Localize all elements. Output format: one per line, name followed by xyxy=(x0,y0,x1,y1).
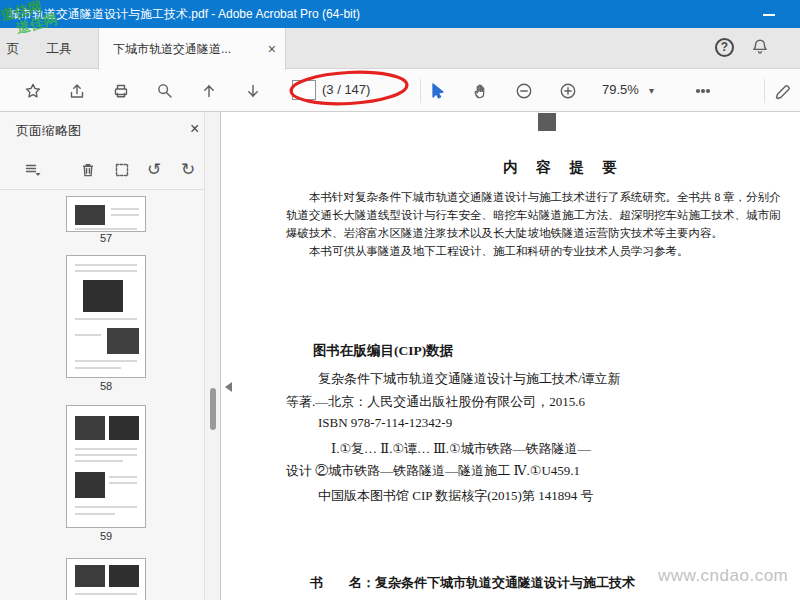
panel-scrollbar[interactable] xyxy=(204,112,220,600)
page-heading: 内 容 提 要 xyxy=(221,158,800,177)
toolbar-separator xyxy=(420,79,421,103)
ellipsis-icon xyxy=(693,81,713,101)
thumbnail-page-label: 59 xyxy=(66,530,146,542)
star-icon xyxy=(23,81,43,101)
favorites-button[interactable] xyxy=(22,80,44,102)
close-tab-icon[interactable]: × xyxy=(268,28,276,70)
page-thumbnails-panel: 页面缩略图 × ↺ ↻ xyxy=(0,112,221,600)
minimize-button[interactable] xyxy=(752,0,786,28)
notifications-button[interactable] xyxy=(750,37,770,57)
chevron-left-icon xyxy=(225,382,232,392)
dashed-box-icon xyxy=(112,160,132,180)
help-button[interactable]: ? xyxy=(715,38,734,57)
cip-line: 设计 ②城市铁路—铁路隧道—隧道施工 Ⅳ.①U459.1 xyxy=(286,462,580,480)
zoom-out-button[interactable] xyxy=(513,80,535,102)
plus-circle-icon xyxy=(558,81,578,101)
panel-toolbar: ↺ ↻ xyxy=(0,150,204,190)
thumbnail-photo xyxy=(109,416,139,440)
share-button[interactable] xyxy=(66,80,88,102)
search-button[interactable] xyxy=(154,80,176,102)
page-text-line: 本书可供从事隧道及地下工程设计、施工和科研的专业技术人员学习参考。 xyxy=(309,244,689,259)
thumbnail-text-line xyxy=(75,270,137,272)
thumbnail-text-line xyxy=(75,454,137,456)
tab-document[interactable]: 下城市轨道交通隧道... × xyxy=(98,28,286,70)
cip-heading: 图书在版编目(CIP)数据 xyxy=(313,342,453,360)
close-panel-icon[interactable]: × xyxy=(190,120,199,138)
thumbnail-text-line xyxy=(109,482,137,484)
thumbnail-text-line xyxy=(75,367,121,369)
fill-sign-button[interactable] xyxy=(772,80,794,102)
thumbnail-text-line xyxy=(75,506,137,508)
thumbnail-text-line xyxy=(75,360,137,362)
thumbnail-text-line xyxy=(111,214,139,216)
arrow-down-icon xyxy=(243,81,263,101)
next-page-button[interactable] xyxy=(242,80,264,102)
arrow-up-icon xyxy=(199,81,219,101)
thumbnail-photo xyxy=(75,205,105,225)
tab-tools[interactable]: 工具 xyxy=(26,28,92,69)
thumbnail-text-line xyxy=(75,448,137,450)
previous-page-button[interactable] xyxy=(198,80,220,102)
page-text-line: 爆破技术、岩溶富水区隧道注浆技术以及长大陡坡地铁隧道运营防灾技术等主要内容。 xyxy=(286,226,723,241)
magnifier-icon xyxy=(155,81,175,101)
thumbnail-text-line xyxy=(75,264,137,266)
thumbnail-photo xyxy=(75,565,105,587)
thumbnail-text-line xyxy=(75,593,137,595)
collapse-panel-button[interactable] xyxy=(221,370,236,404)
thumbnail-page-label: 57 xyxy=(66,232,146,244)
rotate-right-button[interactable]: ↻ xyxy=(176,159,200,181)
thumbnail-photo xyxy=(109,565,139,587)
panel-scrollbar-thumb[interactable] xyxy=(210,388,216,430)
thumbnail-options-button[interactable] xyxy=(18,159,48,181)
cip-line: Ⅰ.①复… Ⅱ.①谭… Ⅲ.①城市铁路—铁路隧道— xyxy=(331,440,591,458)
rotate-left-button[interactable]: ↺ xyxy=(142,159,166,181)
thumbnail-text-line xyxy=(75,228,137,230)
chevron-down-icon: ▾ xyxy=(649,85,654,96)
page-text-line: 本书针对复杂条件下城市轨道交通隧道设计与施工技术进行了系统研究。全书共 8 章，… xyxy=(309,190,781,205)
minus-circle-icon xyxy=(514,81,534,101)
tab-home[interactable]: 页 xyxy=(0,28,26,69)
cip-line: 复杂条件下城市轨道交通隧道设计与施工技术/谭立新 xyxy=(318,370,621,388)
print-button[interactable] xyxy=(110,80,132,102)
cip-line: 等著.—北京：人民交通出版社股份有限公司，2015.6 xyxy=(286,393,585,411)
more-tools-button[interactable] xyxy=(692,80,714,102)
thumbnail-text-line xyxy=(75,513,115,515)
acrobat-window: 城市轨道交通隧道设计与施工技术.pdf - Adobe Acrobat Pro … xyxy=(0,0,800,600)
thumbnail-photo xyxy=(75,416,105,440)
select-tool-button[interactable] xyxy=(426,80,448,102)
thumbnail-page-60[interactable] xyxy=(66,558,146,600)
options-list-icon xyxy=(23,160,43,180)
page-indicator: (3 / 147) xyxy=(322,82,370,97)
minimize-icon xyxy=(763,14,775,16)
share-icon xyxy=(67,81,87,101)
bell-icon xyxy=(750,37,770,57)
main-toolbar: (3 / 147) 79.5%▾ xyxy=(0,69,800,112)
zoom-level-value: 79.5% xyxy=(602,82,639,97)
toolbar-separator xyxy=(764,79,765,103)
rotate-ccw-icon: ↺ xyxy=(147,159,161,181)
thumbnail-text-line xyxy=(75,460,123,462)
thumbnail-page-59[interactable] xyxy=(66,405,146,528)
page-footer-line: 书 名：复杂条件下城市轨道交通隧道设计与施工技术 xyxy=(310,574,635,592)
thumbnail-text-line xyxy=(109,476,137,478)
pdf-page: 内 容 提 要 本书针对复杂条件下城市轨道交通隧道设计与施工技术进行了系统研究。… xyxy=(221,112,800,600)
hand-icon xyxy=(471,81,491,101)
printer-icon xyxy=(111,81,131,101)
thumbnail-page-58[interactable] xyxy=(66,255,146,378)
thumbnail-text-line xyxy=(75,334,101,336)
thumbnail-page-label: 58 xyxy=(66,380,146,392)
zoom-level-dropdown[interactable]: 79.5%▾ xyxy=(602,82,654,97)
document-pane: 内 容 提 要 本书针对复杂条件下城市轨道交通隧道设计与施工技术进行了系统研究。… xyxy=(221,112,800,600)
rotate-cw-icon: ↻ xyxy=(181,159,195,181)
zoom-in-button[interactable] xyxy=(557,80,579,102)
page-number-input[interactable] xyxy=(292,80,316,100)
extract-pages-button[interactable] xyxy=(110,159,134,181)
trash-icon xyxy=(78,160,98,180)
cip-line: 中国版本图书馆 CIP 数据核字(2015)第 141894 号 xyxy=(318,487,593,505)
thumbnail-page-57[interactable] xyxy=(66,196,146,232)
window-title: 城市轨道交通隧道设计与施工技术.pdf - Adobe Acrobat Pro … xyxy=(8,0,360,28)
page-text-line: 轨道交通长大隧道线型设计与行车安全、暗挖车站隧道施工方法、超深明挖车站施工技术、… xyxy=(286,208,781,223)
delete-page-button[interactable] xyxy=(76,159,100,181)
thumbnail-text-line xyxy=(75,318,137,320)
hand-tool-button[interactable] xyxy=(470,80,492,102)
